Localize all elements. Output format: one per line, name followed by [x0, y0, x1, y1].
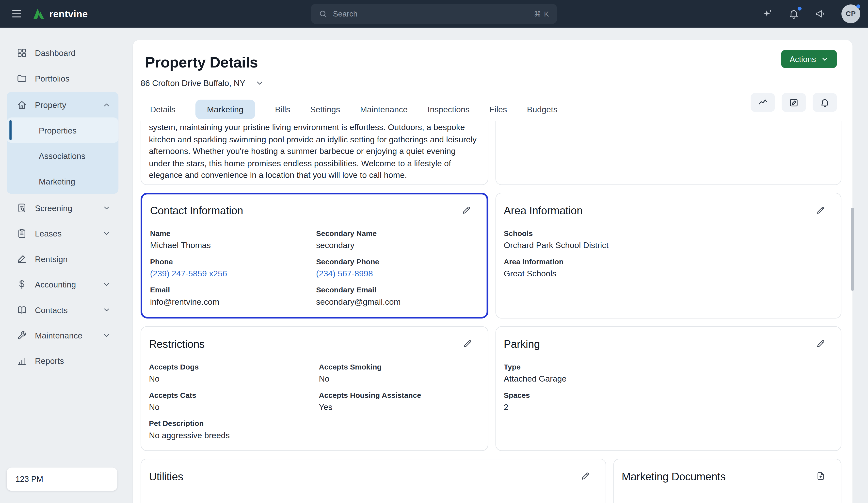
field-accepts-dogs: Accepts Dogs No [149, 363, 319, 383]
edit-pencil-icon[interactable] [815, 204, 826, 216]
property-selector[interactable]: 86 Crofton Drive Buffalo, NY [133, 71, 852, 88]
field-parking-spaces: Spaces 2 [504, 391, 826, 412]
chevron-up-icon [102, 101, 111, 109]
field-schools: Schools Orchard Park School District [504, 229, 826, 250]
menu-icon[interactable] [9, 6, 24, 22]
avatar-status-dot [856, 4, 860, 8]
topbar-actions: CP [762, 4, 860, 23]
edit-pencil-icon[interactable] [579, 470, 591, 482]
contact-information-card[interactable]: Contact Information Name Michael Thomas … [141, 193, 488, 319]
field-area-information: Area Information Great Schools [504, 258, 826, 278]
edit-pencil-icon[interactable] [461, 204, 472, 216]
tab-maintenance[interactable]: Maintenance [360, 100, 408, 119]
brand-logo[interactable]: rentvine [32, 7, 87, 20]
sidebar-item-screening[interactable]: Screening [7, 195, 118, 220]
card-title: Parking [504, 338, 540, 351]
sidebar: Dashboard Portfolios Property Properties… [0, 28, 125, 503]
reports-chart-icon [17, 355, 27, 366]
avatar-initials: CP [846, 10, 856, 18]
alerts-bell-icon[interactable] [813, 93, 837, 112]
search-placeholder: Search [333, 9, 528, 18]
tab-inspections[interactable]: Inspections [427, 100, 470, 119]
screening-icon [17, 202, 27, 213]
field-phone: Phone (239) 247-5859 x256 [150, 258, 316, 278]
page-title: Property Details [133, 40, 852, 71]
scrollbar[interactable] [851, 208, 854, 291]
actions-button[interactable]: Actions [781, 50, 837, 68]
sidebar-item-associations[interactable]: Associations [7, 143, 118, 168]
tab-budgets[interactable]: Budgets [527, 100, 558, 119]
edit-pencil-icon[interactable] [815, 338, 826, 350]
sidebar-group-property: Property Properties Associations Marketi… [7, 92, 118, 194]
tab-details[interactable]: Details [150, 100, 175, 119]
edit-pencil-icon[interactable] [462, 338, 473, 350]
notes-icon[interactable] [782, 93, 806, 112]
sidebar-item-marketing[interactable]: Marketing [7, 169, 118, 194]
card-title: Utilities [149, 470, 183, 483]
sidebar-item-dashboard[interactable]: Dashboard [7, 40, 118, 65]
dashboard-icon [17, 47, 27, 58]
activity-icon[interactable] [751, 93, 775, 112]
field-name: Name Michael Thomas [150, 229, 316, 250]
marketing-documents-card: Marketing Documents [613, 459, 841, 503]
chevron-down-icon [255, 78, 264, 87]
tab-settings[interactable]: Settings [310, 100, 340, 119]
card-title: Area Information [504, 204, 583, 217]
tab-files[interactable]: Files [489, 100, 507, 119]
tab-bar: Details Marketing Bills Settings Mainten… [133, 88, 852, 120]
contact-area-row: Contact Information Name Michael Thomas … [141, 193, 841, 319]
field-parking-type: Type Attached Garage [504, 363, 826, 383]
sidebar-item-accounting[interactable]: Accounting [7, 271, 118, 297]
field-secondary-phone: Secondary Phone (234) 567-8998 [316, 258, 472, 278]
description-text: system, maintaining your pristine living… [141, 121, 488, 181]
tab-marketing[interactable]: Marketing [195, 100, 255, 119]
tab-bills[interactable]: Bills [275, 100, 290, 119]
upload-file-icon[interactable] [815, 470, 826, 482]
secondary-phone-link[interactable]: (234) 567-8998 [316, 269, 472, 278]
parking-card: Parking Type Attached Garage Spaces 2 [496, 326, 841, 451]
field-secondary-email: Secondary Email secondary@gmail.com [316, 286, 472, 306]
sidebar-item-portfolios[interactable]: Portfolios [7, 65, 118, 91]
search-shortcut: ⌘ K [534, 10, 549, 18]
brand-name: rentvine [49, 8, 88, 20]
sidebar-item-property[interactable]: Property [7, 92, 118, 117]
description-row: system, maintaining your pristine living… [141, 121, 841, 185]
notification-dot [798, 7, 802, 11]
area-information-card: Area Information Schools Orchard Park Sc… [496, 193, 841, 319]
main-panel: Property Details 86 Crofton Drive Buffal… [133, 40, 852, 503]
rentvine-logo-icon [32, 7, 45, 20]
utilities-card: Utilities [141, 459, 606, 503]
search-input[interactable]: Search ⌘ K [311, 4, 557, 24]
portfolios-icon [17, 73, 27, 83]
sidebar-item-rentsign[interactable]: Rentsign [7, 246, 118, 271]
contacts-icon [17, 304, 27, 315]
sidebar-item-maintenance[interactable]: Maintenance [7, 322, 118, 348]
scrolled-card-partial [496, 121, 841, 185]
announcements-icon[interactable] [815, 8, 827, 20]
avatar[interactable]: CP [841, 4, 860, 23]
tab-toolbar [751, 93, 837, 112]
chevron-down-icon [102, 229, 111, 238]
field-secondary-name: Secondary Name secondary [316, 229, 472, 250]
notifications-bell-icon[interactable] [788, 8, 800, 20]
field-accepts-housing-assistance: Accepts Housing Assistance Yes [319, 391, 473, 412]
chevron-down-icon [102, 280, 111, 289]
accounting-dollar-icon [17, 279, 27, 290]
field-pet-description: Pet Description No aggressive breeds [149, 419, 319, 440]
sidebar-item-reports[interactable]: Reports [7, 348, 118, 373]
sparkles-icon[interactable] [762, 8, 774, 20]
sidebar-item-properties[interactable]: Properties [7, 118, 118, 143]
card-title: Restrictions [149, 338, 205, 351]
chevron-down-icon [102, 305, 111, 314]
sidebar-clock: 123 PM [7, 467, 117, 491]
chevron-down-icon [102, 203, 111, 212]
sidebar-item-leases[interactable]: Leases [7, 220, 118, 246]
restrictions-card: Restrictions Accepts Dogs No Accepts Smo… [141, 326, 488, 451]
utilities-documents-row: Utilities Marketing Documents [141, 459, 841, 503]
card-title: Contact Information [150, 204, 243, 217]
field-accepts-cats: Accepts Cats No [149, 391, 319, 412]
property-address: 86 Crofton Drive Buffalo, NY [141, 78, 245, 88]
phone-link[interactable]: (239) 247-5859 x256 [150, 269, 316, 278]
search-icon [319, 9, 328, 18]
sidebar-item-contacts[interactable]: Contacts [7, 297, 118, 322]
